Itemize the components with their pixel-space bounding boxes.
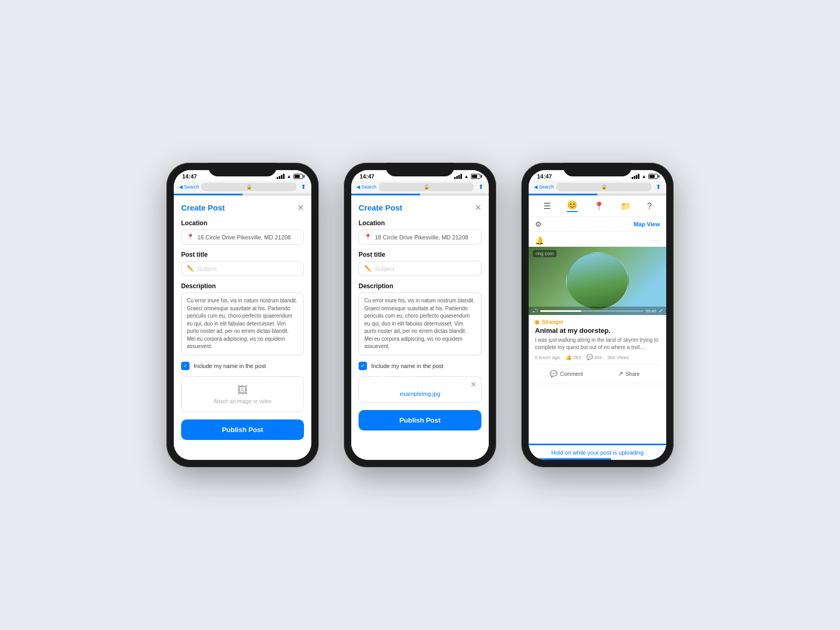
category-name-3: Stranger xyxy=(542,319,563,325)
location-label-2: Location xyxy=(359,219,481,227)
image-icon-1: 🖼 xyxy=(189,384,296,396)
phone-3-screen: 14:47 ▲ ◀ Search 🔒 xyxy=(529,170,666,460)
edit-icon-1: ✏️ xyxy=(187,265,194,272)
home-icon-3[interactable]: 😊 xyxy=(567,200,578,212)
edit-icon-2: ✏️ xyxy=(364,265,372,272)
phone-1: 14:47 ▲ ◀ Search xyxy=(166,163,319,467)
like-icon-3: 👍 xyxy=(565,354,572,360)
comment-action-icon-3: 💬 xyxy=(550,370,558,377)
status-icons-3: ▲ xyxy=(632,174,658,179)
location-label-1: Location xyxy=(181,219,304,227)
attach-area-1[interactable]: 🖼 Attach an image or video xyxy=(181,376,304,412)
form-title-1: Create Post xyxy=(181,203,225,212)
back-button-2[interactable]: ◀ Search xyxy=(356,184,376,190)
category-dot-3 xyxy=(535,320,539,324)
nav-tab-active-1[interactable] xyxy=(174,194,243,195)
filter-icon-3[interactable]: ⚙ xyxy=(535,220,542,228)
nav-tab-active-3[interactable] xyxy=(529,194,597,195)
browser-bar-1: ◀ Search 🔒 ⬆ xyxy=(174,181,311,194)
back-button-3[interactable]: ◀ Search xyxy=(534,184,554,190)
nav-tab-inactive-3[interactable] xyxy=(597,194,666,195)
description-textarea-2[interactable]: Cu error iriure his, vis in natum nostru… xyxy=(359,292,481,355)
card-header-3: 🔔 ··· xyxy=(529,232,666,247)
attach-text-1: Attach an image or video xyxy=(189,398,296,404)
location-icon-2: 📍 xyxy=(364,234,372,240)
nav-tab-inactive-2[interactable] xyxy=(420,194,489,195)
form-header-2: Create Post ✕ xyxy=(359,203,481,212)
close-button-2[interactable]: ✕ xyxy=(475,204,481,212)
subject-input-2[interactable]: ✏️ Subject xyxy=(359,261,481,276)
share-icon-3[interactable]: ⬆ xyxy=(656,183,661,191)
post-title-label-2: Post title xyxy=(359,251,481,258)
card-menu-3[interactable]: ··· xyxy=(652,236,660,245)
progress-bar-3 xyxy=(540,310,643,312)
back-button-1[interactable]: ◀ Search xyxy=(179,184,199,190)
location-field-group-2: Location 📍 18 Circle Drive Pikesville, M… xyxy=(359,219,481,245)
signal-icon-2 xyxy=(454,174,462,179)
post-title-label-1: Post title xyxy=(181,251,304,258)
status-time-1: 14:47 xyxy=(182,173,197,180)
checkbox-row-1: ✓ Include my name in the post xyxy=(181,362,304,370)
nav-tab-inactive-1[interactable] xyxy=(243,194,311,195)
checkmark-icon-2: ✓ xyxy=(361,363,365,369)
battery-icon-2 xyxy=(471,174,480,179)
likes-meta-3: 👍 283 xyxy=(565,354,581,360)
comments-meta-3: 💬 304 xyxy=(586,354,602,360)
status-icons-2: ▲ xyxy=(454,174,480,179)
browser-bar-2: ◀ Search 🔒 ⬆ xyxy=(351,181,489,194)
post-title-field-group-2: Post title ✏️ Subject xyxy=(359,251,481,276)
progress-fill-3 xyxy=(540,310,581,312)
wifi-icon-1: ▲ xyxy=(287,174,291,179)
status-icons-1: ▲ xyxy=(277,174,303,179)
close-button-1[interactable]: ✕ xyxy=(297,204,304,212)
fisheye-inner-3 xyxy=(567,253,628,309)
wifi-icon-3: ▲ xyxy=(642,174,646,179)
location-input-1[interactable]: 📍 18 Circle Drive Pikesville, MD 21208 xyxy=(181,229,304,245)
file-close-button-2[interactable]: ✕ xyxy=(470,380,477,388)
menu-icon-3[interactable]: ☰ xyxy=(543,201,551,211)
publish-button-1[interactable]: Publish Post xyxy=(181,419,304,440)
description-label-2: Description xyxy=(359,282,481,290)
volume-icon-3[interactable]: 🔊 xyxy=(532,308,538,313)
battery-icon-3 xyxy=(648,174,658,179)
video-controls-3: 🔊 00:42 ⤢ xyxy=(529,307,666,315)
screen-content-1: Create Post ✕ Location 📍 18 Circle Drive… xyxy=(174,196,311,460)
battery-icon-1 xyxy=(293,174,303,179)
description-textarea-1[interactable]: Cu error iriure his, vis in natum nostru… xyxy=(181,292,304,355)
nav-tab-active-2[interactable] xyxy=(351,194,420,195)
card-video-3[interactable]: ring.com 🔊 00:42 ⤢ xyxy=(529,247,666,315)
fisheye-circle-3 xyxy=(566,252,629,310)
card-desc-3: I was just walking along in the land of … xyxy=(535,337,660,351)
location-input-2[interactable]: 📍 18 Circle Drive Pikesville, MD 21208 xyxy=(359,229,481,245)
scene: 14:47 ▲ ◀ Search xyxy=(135,131,705,499)
address-bar-1[interactable]: 🔒 xyxy=(201,183,297,191)
status-bar-3: 14:47 ▲ xyxy=(529,170,666,181)
include-name-checkbox-2[interactable]: ✓ xyxy=(359,362,367,370)
file-link-2[interactable]: exampleimg.jpg xyxy=(364,391,476,397)
share-icon-1[interactable]: ⬆ xyxy=(301,183,306,191)
folder-icon-3[interactable]: 📁 xyxy=(621,201,631,211)
fullscreen-icon-3[interactable]: ⤢ xyxy=(659,308,663,313)
form-header-1: Create Post ✕ xyxy=(181,203,304,212)
map-view-button-3[interactable]: Map View xyxy=(634,221,660,227)
feed-screen-3: ☰ 😊 📍 📁 ? ⚙ Map View 🔔 xyxy=(529,196,666,460)
address-bar-3[interactable]: 🔒 xyxy=(556,183,652,191)
share-action-3[interactable]: ↗ Share xyxy=(597,368,660,380)
include-name-checkbox-1[interactable]: ✓ xyxy=(181,362,190,370)
wifi-icon-2: ▲ xyxy=(464,174,469,179)
card-meta-3: 6 hours ago 👍 283 💬 304 304 Views xyxy=(535,354,660,360)
signal-icon-3 xyxy=(632,174,639,179)
screen-content-3: ☰ 😊 📍 📁 ? ⚙ Map View 🔔 xyxy=(529,196,666,460)
location-nav-icon-3[interactable]: 📍 xyxy=(594,201,604,211)
comment-action-3[interactable]: 💬 Comment xyxy=(535,368,597,380)
form-title-2: Create Post xyxy=(359,203,402,212)
help-icon-3[interactable]: ? xyxy=(647,202,652,211)
checkbox-row-2: ✓ Include my name in the post xyxy=(359,362,481,370)
address-bar-2[interactable]: 🔒 xyxy=(379,183,474,191)
description-label-1: Description xyxy=(181,282,304,290)
publish-button-2[interactable]: Publish Post xyxy=(359,410,481,430)
feed-top-nav-3: ☰ 😊 📍 📁 ? xyxy=(529,196,666,217)
share-icon-2[interactable]: ⬆ xyxy=(478,183,484,191)
subject-input-1[interactable]: ✏️ Subject xyxy=(181,261,304,276)
status-bar-1: 14:47 ▲ xyxy=(174,170,311,181)
